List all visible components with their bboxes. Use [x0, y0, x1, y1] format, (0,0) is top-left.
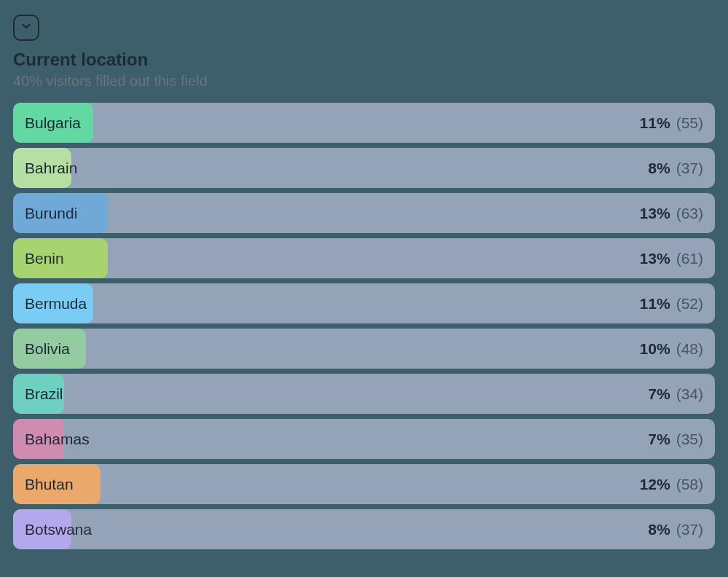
bar-count: (35)	[676, 431, 703, 448]
bar-percent: 12%	[640, 476, 670, 493]
bar-label: Bahrain	[13, 160, 648, 177]
bar-row: Bermuda11%(52)	[13, 283, 715, 323]
chevron-down-icon	[20, 20, 33, 36]
bar-count: (52)	[676, 295, 703, 313]
bar-label: Burundi	[13, 205, 640, 222]
bar-row: Bhutan12%(58)	[13, 464, 715, 504]
bar-stats: 11%(55)	[640, 114, 715, 132]
bar-stats: 11%(52)	[640, 295, 715, 313]
bar-label: Bahamas	[13, 431, 648, 448]
bar-count: (61)	[676, 250, 703, 267]
bar-row: Botswana8%(37)	[13, 509, 715, 549]
dropdown-icon-box[interactable]	[13, 15, 39, 41]
bar-percent: 7%	[648, 431, 670, 448]
bar-count: (55)	[676, 114, 703, 132]
bar-stats: 7%(34)	[648, 385, 715, 403]
bar-label: Bolivia	[13, 340, 640, 358]
bar-stats: 13%(63)	[640, 205, 715, 222]
bar-percent: 8%	[648, 521, 670, 538]
bar-stats: 12%(58)	[640, 476, 715, 493]
bar-percent: 7%	[648, 385, 670, 403]
bar-row: Bolivia10%(48)	[13, 329, 715, 369]
bar-percent: 10%	[640, 340, 670, 358]
chart-title: Current location	[13, 50, 715, 70]
bar-label: Benin	[13, 250, 640, 267]
chart-subtitle: 40% visitors filled out this field	[13, 73, 715, 90]
bar-row: Bulgaria11%(55)	[13, 103, 715, 143]
bar-label: Bermuda	[13, 295, 640, 313]
bar-count: (34)	[676, 385, 703, 403]
bar-row: Bahrain8%(37)	[13, 148, 715, 188]
bar-percent: 11%	[640, 114, 670, 132]
bar-label: Botswana	[13, 521, 648, 538]
bar-row: Burundi13%(63)	[13, 193, 715, 233]
bar-row: Bahamas7%(35)	[13, 419, 715, 459]
bar-percent: 13%	[640, 250, 670, 267]
bar-stats: 8%(37)	[648, 160, 715, 177]
bar-row: Brazil7%(34)	[13, 374, 715, 414]
bar-percent: 8%	[648, 160, 670, 177]
bar-label: Bulgaria	[13, 114, 640, 132]
bar-stats: 8%(37)	[648, 521, 715, 538]
bar-stats: 10%(48)	[640, 340, 715, 358]
bar-count: (48)	[676, 340, 703, 358]
bar-percent: 11%	[640, 295, 670, 313]
bar-count: (58)	[676, 476, 703, 493]
bar-percent: 13%	[640, 205, 670, 222]
bar-count: (37)	[676, 521, 703, 538]
bar-label: Bhutan	[13, 476, 640, 493]
bar-list: Bulgaria11%(55)Bahrain8%(37)Burundi13%(6…	[13, 103, 715, 549]
bar-stats: 13%(61)	[640, 250, 715, 267]
bar-count: (37)	[676, 160, 703, 177]
bar-label: Brazil	[13, 385, 648, 403]
bar-count: (63)	[676, 205, 703, 222]
bar-row: Benin13%(61)	[13, 238, 715, 278]
bar-stats: 7%(35)	[648, 431, 715, 448]
